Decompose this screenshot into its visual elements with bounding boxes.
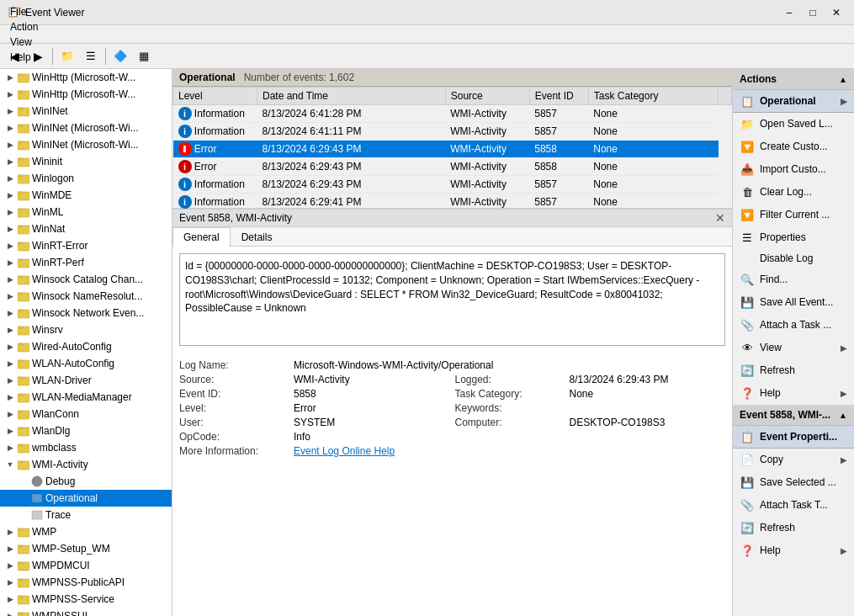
tree-item-28[interactable]: ▶WMP-Setup_WM bbox=[0, 540, 172, 557]
tree-item-30[interactable]: ▶WMPNSS-PublicAPI bbox=[0, 574, 172, 591]
table-row[interactable]: i Error8/13/2024 6:29:43 PMWMI-Activity5… bbox=[173, 141, 732, 158]
cell-2-3: 5858 bbox=[529, 158, 588, 176]
tree-label-2: WinINet bbox=[32, 105, 68, 117]
tree-item-32[interactable]: ▶WMPNSSUI bbox=[0, 608, 172, 616]
tab-details[interactable]: Details bbox=[231, 227, 284, 247]
action-item-0-2[interactable]: 🔽Create Custo... bbox=[733, 135, 854, 158]
tree-item-8[interactable]: ▶WinML bbox=[0, 204, 172, 220]
tree-item-27[interactable]: ▶WMP bbox=[0, 523, 172, 540]
detail-close-button[interactable]: ✕ bbox=[715, 212, 725, 224]
table-row[interactable]: i Information8/13/2024 6:29:43 PMWMI-Act… bbox=[173, 176, 732, 194]
tree-icon-4 bbox=[17, 138, 30, 151]
svg-rect-5 bbox=[18, 108, 23, 109]
open-button[interactable]: 📁 bbox=[56, 46, 78, 66]
maximize-button[interactable]: □ bbox=[802, 3, 824, 22]
tree-item-1[interactable]: ▶WinHttp (Microsoft-W... bbox=[0, 86, 172, 103]
more-info-link[interactable]: Event Log Online Help bbox=[294, 445, 725, 457]
action-icon-0-5: 🔽 bbox=[740, 207, 755, 222]
tree-item-25[interactable]: Operational bbox=[0, 490, 172, 507]
action-item-0-0[interactable]: 📋Operational▶ bbox=[733, 90, 854, 113]
tree-item-26[interactable]: Trace bbox=[0, 507, 172, 523]
menu-item-file[interactable]: File bbox=[3, 4, 45, 19]
table-row[interactable]: i Information8/13/2024 6:41:28 PMWMI-Act… bbox=[173, 105, 732, 123]
tree-item-0[interactable]: ▶WinHttp (Microsoft-W... bbox=[0, 69, 172, 86]
svg-rect-27 bbox=[18, 293, 23, 295]
tab-general[interactable]: General bbox=[172, 227, 231, 247]
col-header-1[interactable]: Date and Time bbox=[257, 88, 446, 105]
action-item-1-2[interactable]: 💾Save Selected ... bbox=[733, 471, 854, 494]
action-item-0-1[interactable]: 📁Open Saved L... bbox=[733, 113, 854, 135]
tree-label-18: WLAN-Driver bbox=[32, 374, 92, 386]
tree-item-31[interactable]: ▶WMPNSS-Service bbox=[0, 591, 172, 608]
action-item-0-11[interactable]: 👁View▶ bbox=[733, 337, 854, 359]
action-item-0-4[interactable]: 🗑Clear Log... bbox=[733, 181, 854, 204]
tree-item-5[interactable]: ▶Wininit bbox=[0, 153, 172, 170]
action-item-0-6[interactable]: ☰Properties bbox=[733, 226, 854, 249]
tree-icon-13 bbox=[17, 289, 30, 303]
back-button[interactable]: ◀ bbox=[3, 46, 25, 66]
help-button[interactable]: 🔷 bbox=[109, 46, 131, 66]
tree-item-16[interactable]: ▶Wired-AutoConfig bbox=[0, 338, 172, 355]
action-item-0-9[interactable]: 💾Save All Event... bbox=[733, 291, 854, 314]
tree-item-4[interactable]: ▶WinINet (Microsoft-Wi... bbox=[0, 136, 172, 153]
tree-item-10[interactable]: ▶WinRT-Error bbox=[0, 237, 172, 254]
actions-section-header-0[interactable]: Actions▲ bbox=[733, 69, 854, 90]
tree-item-2[interactable]: ▶WinINet bbox=[0, 103, 172, 119]
table-scroll[interactable]: LevelDate and TimeSourceEvent IDTask Cat… bbox=[172, 87, 732, 209]
action-submenu-arrow-1-1: ▶ bbox=[841, 455, 847, 465]
tree-item-13[interactable]: ▶Winsock NameResolut... bbox=[0, 288, 172, 305]
cell-1-1: WMI-Activity bbox=[445, 123, 529, 141]
action-item-0-3[interactable]: 📥Import Custo... bbox=[733, 158, 854, 181]
forward-button[interactable]: ▶ bbox=[27, 46, 49, 66]
tree-item-14[interactable]: ▶Winsock Network Even... bbox=[0, 305, 172, 321]
action-item-0-12[interactable]: 🔄Refresh bbox=[733, 359, 854, 382]
action-item-1-0[interactable]: 📋Event Properti... bbox=[733, 426, 854, 449]
tree-item-11[interactable]: ▶WinRT-Perf bbox=[0, 254, 172, 271]
info-icon: i bbox=[178, 125, 192, 138]
tree-item-24[interactable]: Debug bbox=[0, 473, 172, 490]
minimize-button[interactable]: – bbox=[778, 3, 800, 22]
detail-scroll[interactable]: Id = {00000000-0000-0000-0000-0000000000… bbox=[172, 247, 732, 616]
table-row[interactable]: i Information8/13/2024 6:41:11 PMWMI-Act… bbox=[173, 123, 732, 141]
tree-item-3[interactable]: ▶WinINet (Microsoft-Wi... bbox=[0, 119, 172, 136]
col-header-2[interactable]: Source bbox=[445, 88, 529, 105]
columns-button[interactable]: ▦ bbox=[133, 46, 155, 66]
tree-item-23[interactable]: ▼WMI-Activity bbox=[0, 456, 172, 473]
tree-item-21[interactable]: ▶WlanDlg bbox=[0, 422, 172, 439]
action-item-0-13[interactable]: ❓Help▶ bbox=[733, 382, 854, 405]
col-header-0[interactable]: Level bbox=[173, 88, 257, 105]
tree-arrow-9: ▶ bbox=[3, 225, 17, 233]
tree-item-6[interactable]: ▶Winlogon bbox=[0, 170, 172, 187]
tree-item-20[interactable]: ▶WlanConn bbox=[0, 406, 172, 422]
tree-item-7[interactable]: ▶WinMDE bbox=[0, 187, 172, 204]
tree-icon-15 bbox=[17, 323, 30, 337]
tree-icon-31 bbox=[17, 592, 30, 606]
tree-item-19[interactable]: ▶WLAN-MediaManager bbox=[0, 389, 172, 406]
tree-item-15[interactable]: ▶Winsrv bbox=[0, 321, 172, 338]
action-item-1-4[interactable]: 🔄Refresh bbox=[733, 517, 854, 539]
tree-item-9[interactable]: ▶WinNat bbox=[0, 220, 172, 237]
tree-item-18[interactable]: ▶WLAN-Driver bbox=[0, 372, 172, 389]
view-button[interactable]: ☰ bbox=[80, 46, 102, 66]
action-item-0-7[interactable]: Disable Log bbox=[733, 249, 854, 268]
action-item-0-8[interactable]: 🔍Find... bbox=[733, 268, 854, 291]
menu-item-action[interactable]: Action bbox=[3, 19, 45, 35]
actions-section-header-1[interactable]: Event 5858, WMI-...▲ bbox=[733, 405, 854, 426]
col-header-4[interactable]: Task Category bbox=[588, 88, 718, 105]
table-row[interactable]: i Information8/13/2024 6:29:41 PMWMI-Act… bbox=[173, 194, 732, 210]
table-row[interactable]: i Error8/13/2024 6:29:43 PMWMI-Activity5… bbox=[173, 158, 732, 176]
tree-item-12[interactable]: ▶Winsock Catalog Chan... bbox=[0, 271, 172, 288]
col-header-3[interactable]: Event ID bbox=[529, 88, 588, 105]
action-item-0-5[interactable]: 🔽Filter Current ... bbox=[733, 204, 854, 226]
tree-item-29[interactable]: ▶WMPDMCUI bbox=[0, 557, 172, 574]
tree-item-17[interactable]: ▶WLAN-AutoConfig bbox=[0, 355, 172, 372]
tree-arrow-27: ▶ bbox=[3, 528, 17, 536]
svg-rect-37 bbox=[18, 377, 23, 379]
action-item-0-10[interactable]: 📎Attach a Task ... bbox=[733, 314, 854, 337]
action-item-1-1[interactable]: 📄Copy▶ bbox=[733, 449, 854, 471]
close-button[interactable]: ✕ bbox=[825, 3, 847, 22]
action-icon-0-1: 📁 bbox=[740, 116, 755, 131]
action-item-1-3[interactable]: 📎Attach Task T... bbox=[733, 494, 854, 517]
tree-item-22[interactable]: ▶wmbclass bbox=[0, 439, 172, 456]
action-item-1-5[interactable]: ❓Help▶ bbox=[733, 539, 854, 562]
